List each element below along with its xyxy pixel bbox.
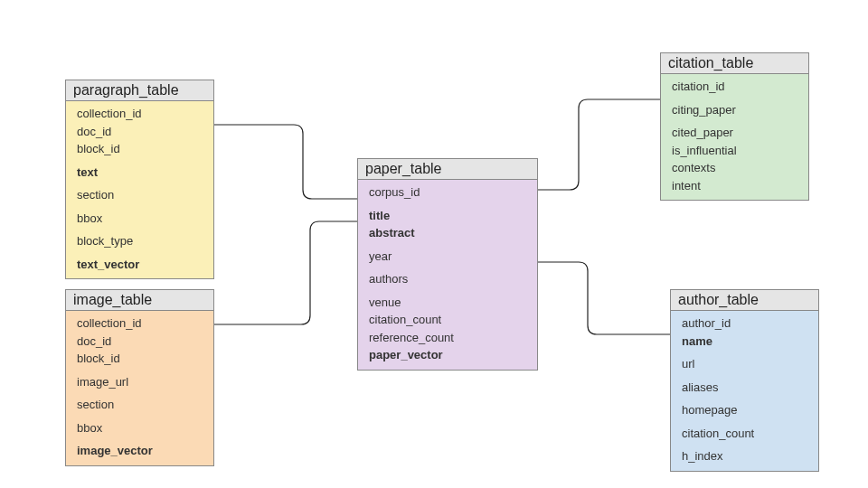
field-is-influential: is_influential	[672, 142, 801, 160]
field-citation-id: citation_id	[672, 78, 801, 96]
field-title: title	[369, 207, 530, 225]
field-image-url: image_url	[77, 373, 206, 391]
field-year: year	[369, 248, 530, 266]
table-paper-header: paper_table	[358, 159, 537, 180]
field-collection-id: collection_id	[77, 314, 206, 333]
table-image-body: collection_iddoc_idblock_idimage_urlsect…	[66, 311, 213, 465]
field-citing-paper: citing_paper	[672, 101, 801, 119]
field-collection-id: collection_id	[77, 105, 206, 123]
field-doc-id: doc_id	[77, 333, 206, 351]
table-author-body: author_idnameurlaliaseshomepagecitation_…	[671, 311, 818, 471]
table-paper: paper_table corpus_idtitleabstractyearau…	[357, 158, 538, 371]
field-bbox: bbox	[77, 210, 206, 228]
field-homepage: homepage	[682, 401, 811, 419]
field-citation-count: citation_count	[369, 311, 530, 329]
field-contexts: contexts	[672, 159, 801, 177]
table-citation: citation_table citation_idciting_paperci…	[660, 52, 809, 201]
field-corpus-id: corpus_id	[369, 183, 530, 202]
field-reference-count: reference_count	[369, 329, 530, 347]
field-doc-id: doc_id	[77, 123, 206, 141]
field-paper-vector: paper_vector	[369, 346, 530, 364]
field-author-id: author_id	[682, 314, 811, 333]
field-bbox: bbox	[77, 419, 206, 437]
field-text-vector: text_vector	[77, 256, 206, 274]
table-paragraph-body: collection_iddoc_idblock_idtextsectionbb…	[66, 101, 213, 278]
table-image-header: image_table	[66, 290, 213, 311]
field-section: section	[77, 186, 206, 204]
field-abstract: abstract	[369, 224, 530, 242]
table-citation-header: citation_table	[661, 53, 808, 74]
field-authors: authors	[369, 270, 530, 288]
table-image: image_table collection_iddoc_idblock_idi…	[65, 289, 214, 466]
field-citation-count: citation_count	[682, 425, 811, 443]
field-text: text	[77, 164, 206, 182]
field-block-id: block_id	[77, 140, 206, 158]
field-url: url	[682, 355, 811, 373]
field-section: section	[77, 396, 206, 414]
table-paper-body: corpus_idtitleabstractyearauthorsvenueci…	[358, 180, 537, 370]
field-intent: intent	[672, 177, 801, 195]
field-venue: venue	[369, 294, 530, 312]
field-name: name	[682, 333, 811, 351]
table-author-header: author_table	[671, 290, 818, 311]
field-aliases: aliases	[682, 379, 811, 397]
table-paragraph-header: paragraph_table	[66, 80, 213, 101]
field-h-index: h_index	[682, 447, 811, 465]
table-citation-body: citation_idciting_papercited_paperis_inf…	[661, 74, 808, 200]
table-paragraph: paragraph_table collection_iddoc_idblock…	[65, 80, 214, 279]
field-cited-paper: cited_paper	[672, 124, 801, 142]
field-image-vector: image_vector	[77, 442, 206, 460]
field-block-id: block_id	[77, 350, 206, 368]
table-author: author_table author_idnameurlaliaseshome…	[670, 289, 819, 472]
field-block-type: block_type	[77, 232, 206, 250]
